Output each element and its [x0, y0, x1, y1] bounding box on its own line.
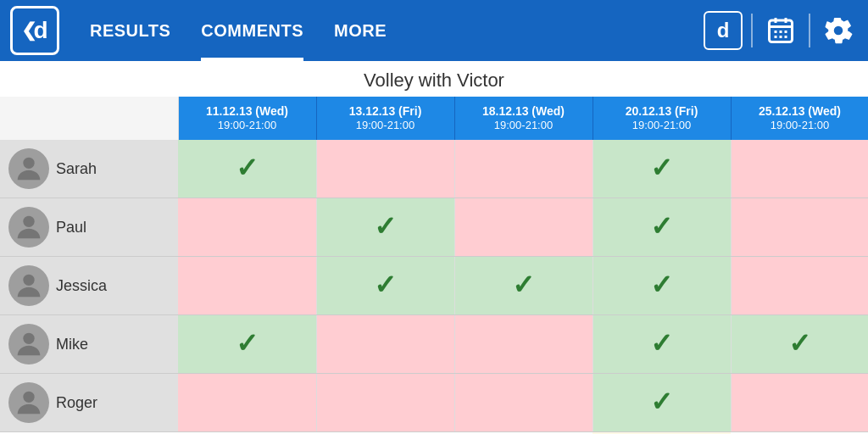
- person-cell-1: Paul: [0, 198, 178, 257]
- date-col-3: 20.12.13 (Fri) 19:00-21:00: [593, 97, 731, 140]
- date-col-0: 11.12.13 (Wed) 19:00-21:00: [178, 97, 316, 140]
- page-title: Volley with Victor: [0, 61, 868, 97]
- header: ❮ d RESULTS COMMENTS MORE d: [0, 0, 868, 61]
- svg-rect-6: [785, 31, 787, 33]
- result-cell-2-2[interactable]: ✓: [454, 257, 593, 315]
- person-cell-2: Jessica: [0, 257, 178, 315]
- person-row-2: Jessica ✓✓✓: [0, 257, 868, 315]
- result-cell-0-0[interactable]: ✓: [178, 140, 316, 198]
- schedule-wrapper: 11.12.13 (Wed) 19:00-21:00 13.12.13 (Fri…: [0, 97, 868, 434]
- logo-letter: d: [33, 17, 47, 44]
- svg-rect-5: [780, 31, 782, 33]
- person-cell-3: Mike: [0, 315, 178, 374]
- checkmark-1-1: ✓: [374, 211, 397, 242]
- date-col-4: 25.12.13 (Wed) 19:00-21:00: [731, 97, 868, 140]
- result-cell-2-0[interactable]: [178, 257, 316, 315]
- nav-tabs: RESULTS COMMENTS MORE: [75, 0, 704, 61]
- person-cell-4: Roger: [0, 374, 178, 432]
- svg-point-10: [23, 158, 34, 169]
- avatar-3: [8, 324, 49, 364]
- person-name-0: Sarah: [56, 160, 97, 178]
- tab-comments[interactable]: COMMENTS: [186, 0, 319, 61]
- checkmark-3-4: ✓: [788, 328, 811, 359]
- result-cell-3-0[interactable]: ✓: [178, 315, 316, 374]
- checkmark-2-2: ✓: [512, 270, 535, 300]
- avatar-0: [8, 148, 49, 189]
- result-cell-0-2[interactable]: [454, 140, 593, 198]
- checkmark-2-1: ✓: [374, 270, 397, 300]
- tab-results[interactable]: RESULTS: [75, 0, 186, 61]
- divider-2: [809, 14, 810, 47]
- result-cell-3-2[interactable]: [454, 315, 593, 374]
- checkmark-2-3: ✓: [650, 270, 673, 300]
- person-name-2: Jessica: [56, 277, 107, 295]
- avatar-4: [8, 382, 49, 423]
- person-name-3: Mike: [56, 336, 88, 353]
- result-cell-1-2[interactable]: [454, 198, 593, 257]
- person-row-4: Roger ✓: [0, 374, 868, 432]
- result-cell-4-3[interactable]: ✓: [593, 374, 731, 432]
- result-cell-2-1[interactable]: ✓: [316, 257, 454, 315]
- svg-point-13: [23, 333, 34, 344]
- result-cell-4-1[interactable]: [316, 374, 454, 432]
- svg-point-11: [23, 216, 34, 227]
- checkmark-3-3: ✓: [650, 328, 673, 359]
- date-header-row: 11.12.13 (Wed) 19:00-21:00 13.12.13 (Fri…: [0, 97, 868, 140]
- result-cell-1-0[interactable]: [178, 198, 316, 257]
- svg-point-14: [23, 392, 34, 403]
- result-cell-2-3[interactable]: ✓: [593, 257, 731, 315]
- result-cell-2-4[interactable]: [731, 257, 868, 315]
- person-row-0: Sarah ✓✓: [0, 140, 868, 198]
- svg-rect-4: [775, 31, 777, 33]
- schedule-table: 11.12.13 (Wed) 19:00-21:00 13.12.13 (Fri…: [0, 97, 868, 434]
- avatar-1: [8, 207, 49, 248]
- avatar-2: [8, 265, 49, 306]
- result-cell-0-4[interactable]: [731, 140, 868, 198]
- svg-rect-8: [780, 36, 782, 38]
- result-cell-0-3[interactable]: ✓: [593, 140, 731, 198]
- result-cell-3-3[interactable]: ✓: [593, 315, 731, 374]
- app-container: ❮ d RESULTS COMMENTS MORE d: [0, 0, 868, 434]
- svg-rect-7: [775, 36, 777, 38]
- result-cell-3-1[interactable]: [316, 315, 454, 374]
- result-cell-4-0[interactable]: [178, 374, 316, 432]
- result-cell-1-4[interactable]: [731, 198, 868, 257]
- app-logo: ❮ d: [10, 6, 59, 55]
- result-cell-0-1[interactable]: [316, 140, 454, 198]
- result-cell-1-1[interactable]: ✓: [316, 198, 454, 257]
- svg-rect-9: [785, 36, 787, 38]
- person-row-3: Mike ✓✓✓: [0, 315, 868, 374]
- d-icon[interactable]: d: [704, 11, 743, 50]
- divider-1: [751, 14, 753, 47]
- checkmark-4-3: ✓: [650, 387, 673, 417]
- gear-icon[interactable]: [819, 11, 858, 50]
- tab-more[interactable]: MORE: [319, 0, 402, 61]
- date-col-2: 18.12.13 (Wed) 19:00-21:00: [454, 97, 593, 140]
- calendar-icon[interactable]: [761, 11, 800, 50]
- date-col-1: 13.12.13 (Fri) 19:00-21:00: [316, 97, 454, 140]
- person-cell-0: Sarah: [0, 140, 178, 198]
- checkmark-1-3: ✓: [650, 211, 673, 242]
- checkmark-0-3: ✓: [650, 153, 673, 183]
- checkmark-0-0: ✓: [236, 153, 259, 183]
- result-cell-3-4[interactable]: ✓: [731, 315, 868, 374]
- person-row-1: Paul ✓✓: [0, 198, 868, 257]
- result-cell-1-3[interactable]: ✓: [593, 198, 731, 257]
- checkmark-3-0: ✓: [236, 328, 259, 359]
- result-cell-4-4[interactable]: [731, 374, 868, 432]
- person-name-1: Paul: [56, 219, 86, 236]
- person-name-4: Roger: [56, 394, 97, 412]
- header-right-icons: d: [704, 11, 858, 50]
- svg-point-12: [23, 275, 34, 286]
- result-cell-4-2[interactable]: [454, 374, 593, 432]
